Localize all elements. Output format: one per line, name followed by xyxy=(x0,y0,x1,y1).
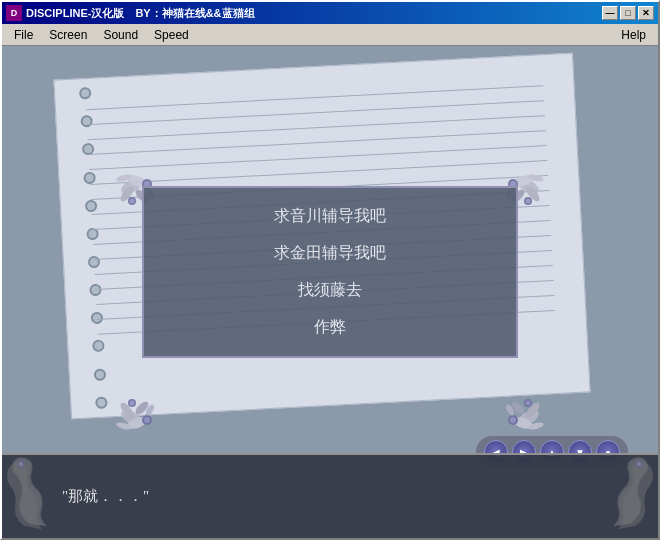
svg-point-43 xyxy=(637,462,641,466)
corner-decor-bl xyxy=(112,368,182,438)
maximize-button[interactable]: □ xyxy=(620,6,636,20)
svg-point-24 xyxy=(144,417,150,423)
menu-bar: File Screen Sound Speed Help xyxy=(2,24,658,46)
window-controls: — □ ✕ xyxy=(602,6,654,20)
menu-screen[interactable]: Screen xyxy=(41,26,95,44)
choice-option-2[interactable]: 求金田辅导我吧 xyxy=(266,241,394,266)
dialogue-text: "那就．．．" xyxy=(62,487,149,506)
svg-point-41 xyxy=(19,462,23,466)
app-window: D DISCIPLINE-汉化版 BY：神猫在线&&蓝猫组 — □ ✕ File… xyxy=(0,0,660,540)
choice-option-4[interactable]: 作弊 xyxy=(306,315,354,340)
dialogue-deco-right xyxy=(604,454,654,534)
svg-point-36 xyxy=(526,401,531,406)
svg-point-34 xyxy=(510,417,516,423)
svg-point-26 xyxy=(130,401,135,406)
menu-sound[interactable]: Sound xyxy=(95,26,146,44)
dialogue-box[interactable]: "那就．．．" xyxy=(2,453,658,538)
svg-point-6 xyxy=(130,199,135,204)
choice-menu: 求音川辅导我吧 求金田辅导我吧 找须藤去 作弊 xyxy=(142,186,518,358)
choice-option-1[interactable]: 求音川辅导我吧 xyxy=(266,204,394,229)
minimize-button[interactable]: — xyxy=(602,6,618,20)
game-area: 求音川辅导我吧 求金田辅导我吧 找须藤去 作弊 ◀ ▶ ▲ ▼ ● xyxy=(2,46,658,538)
window-title: DISCIPLINE-汉化版 BY：神猫在线&&蓝猫组 xyxy=(26,6,602,21)
close-button[interactable]: ✕ xyxy=(638,6,654,20)
dialogue-deco-left xyxy=(6,454,56,534)
choice-option-3[interactable]: 找须藤去 xyxy=(290,278,370,303)
menu-file[interactable]: File xyxy=(6,26,41,44)
menu-help[interactable]: Help xyxy=(613,26,654,44)
spiral-dot xyxy=(95,396,108,409)
menu-speed[interactable]: Speed xyxy=(146,26,197,44)
spiral-dot xyxy=(79,87,92,100)
svg-point-16 xyxy=(526,199,531,204)
title-bar: D DISCIPLINE-汉化版 BY：神猫在线&&蓝猫组 — □ ✕ xyxy=(2,2,658,24)
corner-decor-br xyxy=(478,368,548,438)
app-icon: D xyxy=(6,5,22,21)
